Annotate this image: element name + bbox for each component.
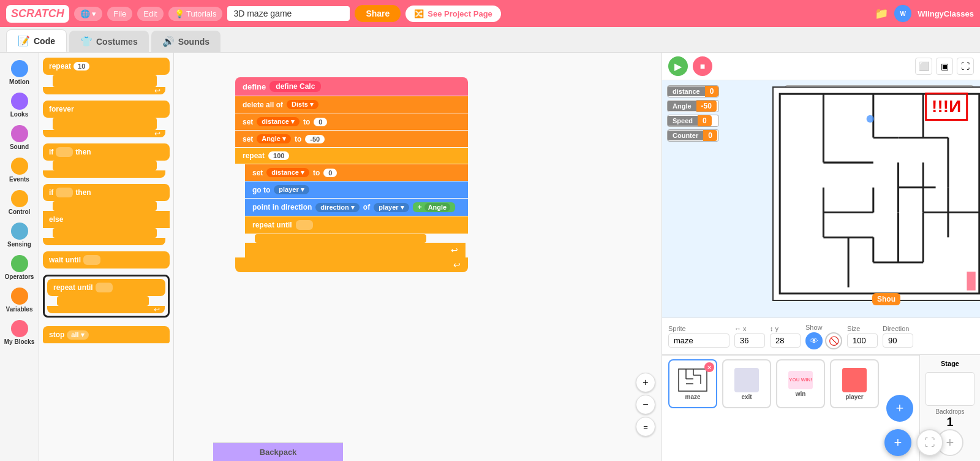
category-sensing[interactable]: Sensing [2,220,37,250]
player-thumbnail [842,368,867,392]
repeat-until-highlight-group: repeat until ↩ [43,275,170,318]
angle-monitor: Angle -50 [667,100,719,112]
set-distance-block[interactable]: set distance ▾ to 0 [235,113,468,130]
share-button[interactable]: Share [355,5,401,22]
file-menu[interactable]: File [107,7,132,21]
svg-rect-24 [679,369,707,391]
zoom-in-button[interactable]: + [636,373,655,392]
delete-all-block[interactable]: delete all of Dists ▾ [235,96,468,113]
direction-dropdown[interactable]: direction ▾ [315,203,360,212]
green-flag-button[interactable]: ▶ [668,56,688,76]
script-main: define define Calc delete all of Dists ▾… [235,77,468,272]
fullscreen-button[interactable]: ⛶ [957,58,974,75]
wait-until-block[interactable]: wait until [43,251,170,269]
add-extension-button[interactable]: + [884,429,911,456]
player-dropdown[interactable]: player ▾ [274,185,309,194]
sprite-thumb-win[interactable]: YOU WIN! win [776,359,825,408]
category-myblocks[interactable]: My Blocks [2,318,37,348]
sprite-thumb-maze[interactable]: ✕ maze [668,359,717,408]
backpack-bar[interactable]: Backpack [213,443,343,461]
tab-code[interactable]: 📝 Code [6,29,67,52]
distance-dropdown[interactable]: distance ▾ [257,117,300,126]
speed-monitor: Speed 0 [667,115,719,127]
repeat-100-block[interactable]: repeat 100 [235,148,468,164]
repeat-until-end: ↩ [245,243,466,257]
large-stage-button[interactable]: ▣ [936,58,953,75]
forever-block[interactable]: forever [43,101,170,118]
show-group: Show 👁 🚫 [805,324,842,349]
category-control[interactable]: Control [2,188,37,218]
globe-button[interactable]: 🌐 ▾ [74,7,103,21]
category-panel: Motion Looks Sound Events Control Sensin… [0,53,39,461]
repeat-until-block[interactable]: repeat until [47,279,165,296]
set-angle-block[interactable]: set Angle ▾ to -50 [235,131,468,147]
of-player-dropdown[interactable]: player ▾ [374,203,409,212]
edit-menu[interactable]: Edit [137,7,163,21]
zoom-reset-button[interactable]: = [636,417,655,436]
category-variables[interactable]: Variables [2,285,37,315]
sprite-x-group: ↔ x [734,325,765,348]
else-block[interactable]: else [43,211,170,228]
show-visible-button[interactable]: 👁 [805,332,823,349]
sprite-delete-maze[interactable]: ✕ [704,362,714,372]
set-distance-inner-block[interactable]: set distance ▾ to 0 [245,164,468,181]
go-to-block[interactable]: go to player ▾ [245,181,468,198]
category-sound[interactable]: Sound [2,123,37,153]
stop-dropdown[interactable]: all ▾ [67,330,88,340]
repeat-block-group: repeat 10 ↩ [43,58,170,94]
repeat-until-inner-body [255,234,426,243]
wait-condition-slot [83,255,100,265]
angle-dropdown[interactable]: Angle ▾ [257,134,291,143]
project-name-input[interactable] [227,6,350,21]
stop-button[interactable]: ■ [693,56,712,76]
tutorials-button[interactable]: 💡 Tutorials [168,7,223,21]
category-events[interactable]: Events [2,155,37,185]
direction-group: Direction [883,325,913,348]
sprite-y-input[interactable] [770,333,801,348]
stage-thumbnail[interactable] [925,372,974,406]
category-looks[interactable]: Looks [2,90,37,120]
size-input[interactable] [847,333,878,348]
stop-block[interactable]: stop all ▾ [43,326,170,343]
distance-inner-dropdown[interactable]: distance ▾ [266,168,309,177]
sprite-thumb-player[interactable]: player [830,359,879,408]
small-stage-button[interactable]: ⬜ [915,58,932,75]
costumes-icon: 👕 [80,36,92,47]
if-else-block[interactable]: if then [43,184,170,201]
sprite-x-input[interactable] [734,333,765,348]
repeat-until-inner-block[interactable]: repeat until [245,216,468,234]
define-calc-block[interactable]: define define Calc [235,77,468,96]
sprite-thumb-exit[interactable]: exit [722,359,771,408]
svg-rect-0 [780,94,979,294]
add-sprite-button[interactable]: + [886,395,913,422]
tab-costumes[interactable]: 👕 Costumes [69,31,149,52]
if-else-block-group: if then else [43,184,170,245]
win-thumbnail: YOU WIN! [788,371,813,389]
n-sprite: N!!! [925,93,968,121]
bottom-right-buttons: + ⛶ [884,429,943,456]
show-hidden-button[interactable]: 🚫 [825,332,842,349]
plus-angle-block[interactable]: + Angle [413,202,456,212]
add-backdrop-float-button[interactable]: ⛶ [916,429,943,456]
zoom-out-button[interactable]: − [636,395,655,414]
forever-slot [53,118,157,130]
sprites-list: ✕ maze exit [662,355,919,461]
point-direction-block[interactable]: point in direction direction ▾ of player… [245,199,468,216]
script-area[interactable]: define define Calc delete all of Dists ▾… [174,53,662,461]
repeat-block[interactable]: repeat 10 [43,58,170,75]
category-motion[interactable]: Motion [2,58,37,88]
tab-sounds[interactable]: 🔊 Sounds [151,31,221,52]
see-project-button[interactable]: 🔀 See Project Page [405,6,501,22]
dists-dropdown[interactable]: Dists ▾ [287,100,318,109]
repeat-until-inner-slot [296,220,313,230]
category-operators[interactable]: Operators [2,253,37,283]
svg-point-22 [867,115,874,123]
script-canvas: define define Calc delete all of Dists ▾… [174,53,662,461]
folder-icon[interactable]: 📁 [875,7,888,20]
if-block[interactable]: if then [43,143,170,161]
user-avatar[interactable]: W [894,5,911,22]
scratch-logo[interactable]: SCRATCH [6,5,69,23]
repeat-100-end: ↩ [235,257,468,272]
direction-input[interactable] [883,333,913,348]
sprite-name-input[interactable] [668,333,729,348]
